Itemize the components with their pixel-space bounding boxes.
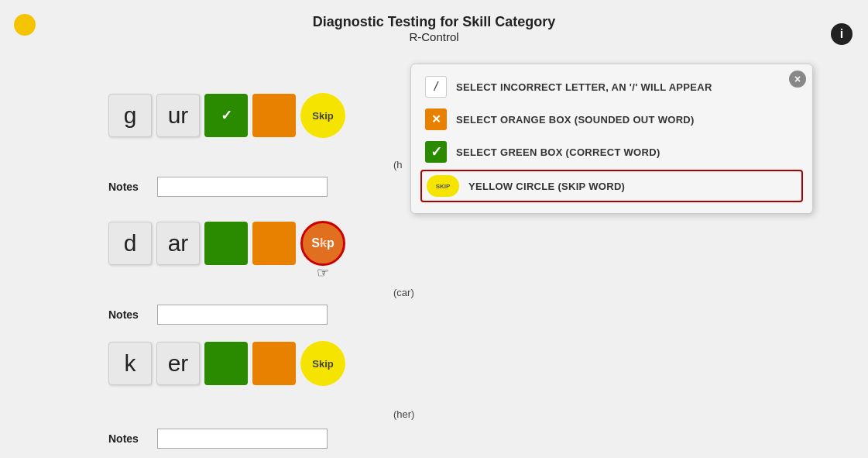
orange-box-1[interactable] <box>252 94 296 137</box>
letter-g: g <box>108 94 152 137</box>
notes-input-3[interactable] <box>157 429 328 449</box>
yellow-dot-decoration <box>14 14 36 36</box>
yellow-skip-icon: SKIP <box>427 175 459 197</box>
word-row-1-items: g ur ✓ Skip <box>108 93 345 138</box>
letter-ur: ur <box>156 94 200 137</box>
word-hint-1: (h <box>393 159 403 170</box>
word-hint-3: (her) <box>393 408 414 420</box>
header: Diagnostic Testing for Skill Category R-… <box>0 0 868 48</box>
orange-box-2[interactable] <box>252 222 296 265</box>
green-box-2[interactable] <box>204 222 248 265</box>
tooltip-row-yellow: SKIP YELLOW CIRCLE (SKIP WORD) <box>420 170 803 202</box>
cursor-hand-icon: ☞ <box>317 264 329 281</box>
notes-label-3: Notes <box>108 432 151 445</box>
word-row-1: g ur ✓ Skip <box>108 93 345 138</box>
checkmark-icon: ✓ <box>221 107 232 124</box>
tooltip-close-button[interactable]: × <box>789 71 806 88</box>
skip-button-3[interactable]: Skip <box>300 341 345 386</box>
word-row-3: k er Skip <box>108 341 345 386</box>
word-row-2-items: d ar Skp ☞ <box>108 221 345 266</box>
page-title: Diagnostic Testing for Skill Category <box>0 14 868 30</box>
tooltip-row-slash: / SELECT INCORRECT LETTER, AN '/' WILL A… <box>420 72 803 102</box>
notes-label-2: Notes <box>108 308 151 321</box>
tooltip-row-orange: ✕ SELECT ORANGE BOX (SOUNDED OUT WORD) <box>420 105 803 134</box>
notes-row-3: Notes <box>108 429 328 449</box>
skip-x-icon: Skp <box>311 236 334 250</box>
word-row-2: d ar Skp ☞ <box>108 221 345 266</box>
letter-ar: ar <box>156 222 200 265</box>
letter-k: k <box>108 342 152 385</box>
tooltip-row-green: ✓ SELECT GREEN BOX (CORRECT WORD) <box>420 137 803 167</box>
tooltip-text-slash: SELECT INCORRECT LETTER, AN '/' WILL APP… <box>456 81 712 93</box>
notes-label-1: Notes <box>108 181 151 193</box>
skip-button-2-active[interactable]: Skp <box>300 221 345 266</box>
word-hint-2: (car) <box>393 287 414 298</box>
green-box-1[interactable]: ✓ <box>204 94 248 137</box>
word-row-3-items: k er Skip <box>108 341 345 386</box>
orange-box-3[interactable] <box>252 342 296 385</box>
page-subtitle: R-Control <box>0 30 868 43</box>
tooltip-text-yellow: YELLOW CIRCLE (SKIP WORD) <box>468 181 625 192</box>
tooltip-text-green: SELECT GREEN BOX (CORRECT WORD) <box>456 146 660 158</box>
tooltip-text-orange: SELECT ORANGE BOX (SOUNDED OUT WORD) <box>456 114 695 126</box>
orange-x-icon: ✕ <box>425 108 447 130</box>
tooltip-popup: × / SELECT INCORRECT LETTER, AN '/' WILL… <box>410 64 813 214</box>
notes-input-1[interactable] <box>157 177 328 197</box>
notes-row-2: Notes <box>108 305 328 325</box>
notes-input-2[interactable] <box>157 305 328 325</box>
info-icon[interactable]: i <box>831 23 853 45</box>
slash-icon: / <box>425 76 447 98</box>
letter-d: d <box>108 222 152 265</box>
letter-er: er <box>156 342 200 385</box>
notes-row-1: Notes <box>108 177 328 197</box>
green-box-3[interactable] <box>204 342 248 385</box>
page: Diagnostic Testing for Skill Category R-… <box>0 0 868 458</box>
green-check-icon: ✓ <box>425 141 447 163</box>
skip-button-1[interactable]: Skip <box>300 93 345 138</box>
